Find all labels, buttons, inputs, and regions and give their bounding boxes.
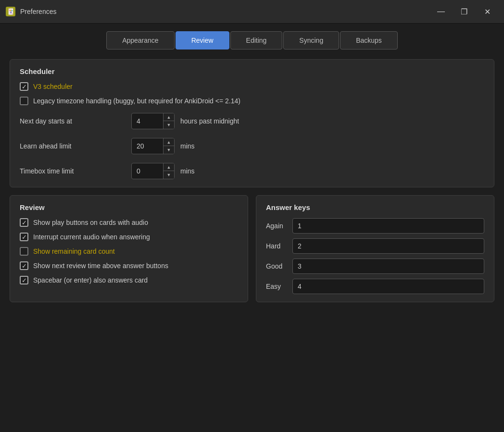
review-panel: Review Show play buttons on cards with a… — [10, 195, 248, 302]
app-title: Preferences — [20, 8, 56, 15]
next-day-arrows: ▲ ▼ — [163, 113, 174, 129]
next-day-down[interactable]: ▼ — [164, 121, 174, 129]
review-label-2: Show remaining card count — [33, 247, 115, 255]
legacy-timezone-label: Legacy timezone handling (buggy, but req… — [33, 97, 240, 105]
scheduler-panel: Scheduler V3 scheduler Legacy timezone h… — [10, 59, 494, 187]
review-checkbox-1[interactable] — [20, 233, 28, 241]
timebox-up[interactable]: ▲ — [164, 163, 174, 171]
review-item-1: Interrupt current audio when answering — [20, 233, 238, 241]
review-checkbox-0[interactable] — [20, 218, 28, 227]
tab-review[interactable]: Review — [176, 31, 229, 49]
answer-easy-row: Easy — [266, 279, 484, 294]
learn-ahead-spinbox[interactable]: 20 ▲ ▼ — [131, 138, 175, 154]
answer-keys-panel: Answer keys Again Hard Good Easy — [256, 195, 494, 302]
learn-ahead-down[interactable]: ▼ — [164, 146, 174, 154]
answer-hard-label: Hard — [266, 242, 288, 250]
next-day-spinbox[interactable]: 4 ▲ ▼ — [131, 113, 175, 129]
app-icon: 🃏 — [6, 7, 15, 16]
next-day-value: 4 — [132, 114, 163, 128]
minimize-button[interactable]: — — [430, 4, 452, 19]
timebox-value: 0 — [132, 164, 163, 178]
main-content: Appearance Review Editing Syncing Backup… — [0, 24, 504, 318]
learn-ahead-arrows: ▲ ▼ — [163, 138, 174, 154]
review-label-3: Show next review time above answer butto… — [33, 262, 168, 270]
v3-scheduler-label: V3 scheduler — [33, 83, 73, 90]
tab-backups[interactable]: Backups — [340, 31, 398, 49]
timebox-row: Timebox time limit 0 ▲ ▼ mins — [20, 163, 484, 179]
answer-hard-input[interactable] — [292, 238, 484, 254]
legacy-timezone-checkbox[interactable] — [20, 97, 28, 105]
answer-again-label: Again — [266, 222, 288, 230]
bottom-panels: Review Show play buttons on cards with a… — [10, 195, 494, 310]
next-day-up[interactable]: ▲ — [164, 113, 174, 121]
answer-good-label: Good — [266, 262, 288, 270]
answer-keys-title: Answer keys — [266, 203, 484, 211]
answer-good-input[interactable] — [292, 259, 484, 274]
learn-ahead-value: 20 — [132, 139, 163, 153]
answer-again-row: Again — [266, 218, 484, 234]
answer-again-input[interactable] — [292, 218, 484, 234]
tab-appearance[interactable]: Appearance — [106, 31, 175, 49]
scheduler-title: Scheduler — [20, 67, 484, 75]
answer-easy-label: Easy — [266, 283, 288, 290]
tab-editing[interactable]: Editing — [230, 31, 283, 49]
close-button[interactable]: ✕ — [476, 4, 498, 19]
tab-syncing[interactable]: Syncing — [283, 31, 339, 49]
next-day-unit: hours past midnight — [180, 117, 239, 125]
review-checkbox-3[interactable] — [20, 261, 28, 270]
review-item-4: Spacebar (or enter) also answers card — [20, 276, 238, 284]
review-checkbox-2[interactable] — [20, 247, 28, 256]
answer-hard-row: Hard — [266, 238, 484, 254]
legacy-timezone-row: Legacy timezone handling (buggy, but req… — [20, 97, 484, 105]
review-item-0: Show play buttons on cards with audio — [20, 218, 238, 227]
timebox-label: Timebox time limit — [20, 167, 126, 175]
review-label-0: Show play buttons on cards with audio — [33, 219, 148, 226]
review-item-3: Show next review time above answer butto… — [20, 261, 238, 270]
learn-ahead-up[interactable]: ▲ — [164, 138, 174, 146]
v3-scheduler-checkbox[interactable] — [20, 82, 28, 91]
review-title: Review — [20, 203, 238, 211]
learn-ahead-unit: mins — [180, 142, 195, 150]
next-day-row: Next day starts at 4 ▲ ▼ hours past midn… — [20, 113, 484, 129]
tab-bar: Appearance Review Editing Syncing Backup… — [10, 31, 494, 49]
learn-ahead-label: Learn ahead limit — [20, 142, 126, 150]
review-item-2: Show remaining card count — [20, 247, 238, 256]
timebox-down[interactable]: ▼ — [164, 171, 174, 179]
review-checkbox-4[interactable] — [20, 276, 28, 284]
timebox-spinbox[interactable]: 0 ▲ ▼ — [131, 163, 175, 179]
review-label-1: Interrupt current audio when answering — [33, 233, 150, 241]
review-label-4: Spacebar (or enter) also answers card — [33, 276, 148, 284]
v3-scheduler-row: V3 scheduler — [20, 82, 484, 91]
next-day-label: Next day starts at — [20, 117, 126, 125]
timebox-unit: mins — [180, 167, 195, 175]
restore-button[interactable]: ❐ — [453, 4, 475, 19]
titlebar: 🃏 Preferences — ❐ ✕ — [0, 0, 504, 24]
timebox-arrows: ▲ ▼ — [163, 163, 174, 179]
answer-good-row: Good — [266, 259, 484, 274]
learn-ahead-row: Learn ahead limit 20 ▲ ▼ mins — [20, 138, 484, 154]
window-controls: — ❐ ✕ — [430, 4, 498, 19]
answer-easy-input[interactable] — [292, 279, 484, 294]
